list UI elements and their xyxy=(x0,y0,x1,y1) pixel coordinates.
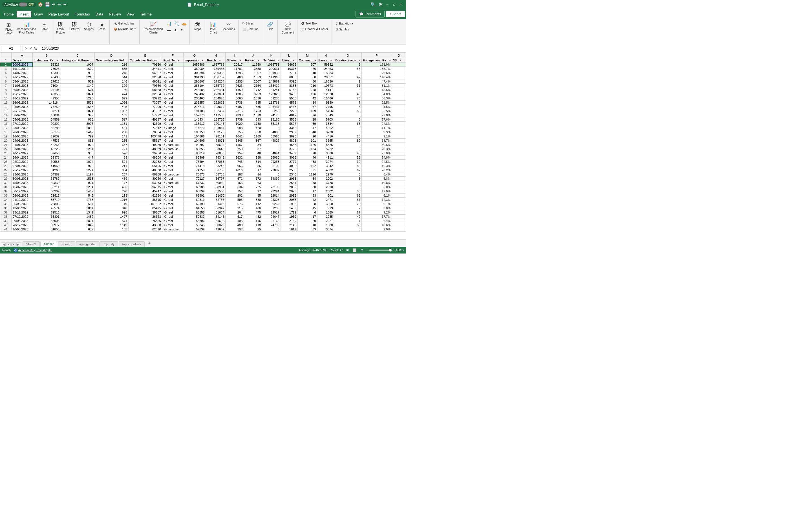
pivot-table-button[interactable]: ⊞ PivotTable xyxy=(3,21,14,36)
cell-O4[interactable]: 8 xyxy=(334,71,362,75)
cell-A12[interactable]: 21/05/2023 xyxy=(11,105,33,109)
cell-K31[interactable]: 28193 xyxy=(262,185,281,189)
col-header-J[interactable]: J xyxy=(244,53,262,58)
cell-F11[interactable]: IG reel xyxy=(162,101,183,105)
cell-M18[interactable]: 948 xyxy=(297,130,317,134)
cell-O1[interactable]: Duration (secs... ▾ xyxy=(334,58,362,62)
cell-I5[interactable]: 8460 xyxy=(225,75,244,79)
cell-Q7[interactable] xyxy=(392,83,406,88)
cell-A27[interactable]: 25/12/2022 xyxy=(11,168,33,172)
cell-Q22[interactable] xyxy=(392,147,406,151)
cell-K12[interactable]: 106437 xyxy=(262,105,281,109)
cell-K22[interactable]: 0 xyxy=(262,147,281,151)
cell-O14[interactable]: 8 xyxy=(334,113,362,117)
cell-H21[interactable]: 65624 xyxy=(206,143,225,147)
cell-G22[interactable]: 88355 xyxy=(183,147,206,151)
cell-Q17[interactable] xyxy=(392,126,406,130)
cell-N25[interactable]: 2074 xyxy=(317,160,334,164)
cell-K23[interactable]: 34044 xyxy=(262,151,281,156)
cell-E29[interactable]: 80226 xyxy=(128,177,162,181)
cell-Q35[interactable] xyxy=(392,202,406,206)
cell-I26[interactable]: 966 xyxy=(225,164,244,168)
cell-B33[interactable]: 21416 xyxy=(33,193,61,198)
cell-M34[interactable]: 42 xyxy=(297,198,317,202)
cell-D23[interactable]: 526 xyxy=(94,151,128,156)
timeline-button[interactable]: ⬜ Timeline xyxy=(241,26,260,32)
cell-B8[interactable]: 27194 xyxy=(33,88,61,92)
cell-D10[interactable]: 699 xyxy=(94,96,128,101)
cell-J41[interactable]: 25 xyxy=(244,227,262,231)
cell-G17[interactable]: 114270 xyxy=(183,126,206,130)
cell-M38[interactable]: 17 xyxy=(297,215,317,219)
cell-F15[interactable]: IG reel xyxy=(162,117,183,122)
cell-H22[interactable]: 63648 xyxy=(206,147,225,151)
cell-F8[interactable]: IG reel xyxy=(162,88,183,92)
cell-K40[interactable]: 24708 xyxy=(262,223,281,227)
cell-I15[interactable]: 1739 xyxy=(225,117,244,122)
cell-J15[interactable]: 393 xyxy=(244,117,262,122)
cell-A20[interactable]: 24/01/2023 xyxy=(11,138,33,143)
col-header-C[interactable]: C xyxy=(61,53,94,58)
cell-H35[interactable]: 51412 xyxy=(206,202,225,206)
cell-L41[interactable]: 1819 xyxy=(281,227,297,231)
cell-C38[interactable]: 1482 xyxy=(61,215,94,219)
cell-O36[interactable]: 7 xyxy=(334,206,362,210)
cell-Q10[interactable] xyxy=(392,96,406,101)
cell-D19[interactable]: 141 xyxy=(94,134,128,138)
cell-O5[interactable]: 42 xyxy=(334,75,362,79)
cell-K41[interactable]: 0 xyxy=(262,227,281,231)
cell-J39[interactable]: 146 xyxy=(244,219,262,223)
cell-O31[interactable]: 8 xyxy=(334,185,362,189)
cell-G33[interactable]: 62991 xyxy=(183,193,206,198)
col-header-H[interactable]: H xyxy=(206,53,225,58)
cell-K38[interactable]: 24647 xyxy=(262,215,281,219)
cell-E15[interactable]: 49897 xyxy=(128,117,162,122)
cell-O35[interactable]: 23 xyxy=(334,202,362,206)
cell-Q19[interactable] xyxy=(392,134,406,138)
menu-formulas[interactable]: Formulas xyxy=(72,11,93,17)
cell-H39[interactable]: 54622 xyxy=(206,219,225,223)
cell-Q24[interactable] xyxy=(392,156,406,160)
cell-J20[interactable]: 367 xyxy=(244,138,262,143)
cell-H7[interactable]: 265712 xyxy=(206,83,225,88)
cell-H19[interactable]: 98151 xyxy=(206,134,225,138)
cell-O28[interactable]: 0 xyxy=(334,172,362,177)
cell-M14[interactable]: 26 xyxy=(297,113,317,117)
cell-D37[interactable]: 998 xyxy=(94,210,128,215)
more-qat-icon[interactable]: ••• xyxy=(63,3,66,6)
cell-D27[interactable]: 964 xyxy=(94,168,128,172)
cell-L31[interactable]: 2092 xyxy=(281,185,297,189)
cell-P33[interactable]: 6.1% xyxy=(362,193,392,198)
cell-O33[interactable]: 63 xyxy=(334,193,362,198)
cell-P22[interactable]: 20.3% xyxy=(362,147,392,151)
cell-K29[interactable]: 34899 xyxy=(262,177,281,181)
cell-B27[interactable]: 81265 xyxy=(33,168,61,172)
cell-C2[interactable]: 1007 xyxy=(61,62,94,67)
cell-N29[interactable]: 2002 xyxy=(317,177,334,181)
cell-B12[interactable]: 77750 xyxy=(33,105,61,109)
cell-N38[interactable]: 2235 xyxy=(317,215,334,219)
cell-P10[interactable]: 80.3% xyxy=(362,96,392,101)
cell-A41[interactable]: 10/03/2023 xyxy=(11,227,33,231)
cell-O8[interactable]: 8 xyxy=(334,88,362,92)
cell-L33[interactable]: 2996 xyxy=(281,193,297,198)
cell-D14[interactable]: 153 xyxy=(94,113,128,117)
sheet-tab-top-city[interactable]: top_city xyxy=(100,241,118,247)
col-header-A[interactable]: A xyxy=(11,53,33,58)
cell-A36[interactable]: 12/06/2023 xyxy=(11,206,33,210)
bar-chart-button[interactable]: ▬ xyxy=(165,27,172,33)
cell-J37[interactable]: 475 xyxy=(244,210,262,215)
cell-A11[interactable]: 16/05/2023 xyxy=(11,101,33,105)
cancel-formula-button[interactable]: ✕ xyxy=(24,46,28,51)
col-header-Q[interactable]: Q xyxy=(392,53,406,58)
col-header-E[interactable]: E xyxy=(128,53,162,58)
cell-E21[interactable]: 49260 xyxy=(128,143,162,147)
cell-M25[interactable]: 38 xyxy=(297,160,317,164)
cell-E35[interactable]: 101862 xyxy=(128,202,162,206)
cell-G13[interactable]: 191103 xyxy=(183,109,206,113)
cell-C7[interactable]: 1349 xyxy=(61,83,94,88)
col-header-G[interactable]: G xyxy=(183,53,206,58)
cell-F40[interactable]: IG reel xyxy=(162,223,183,227)
shapes-button[interactable]: ⬡ Shapes xyxy=(82,21,95,32)
cell-B19[interactable]: 29039 xyxy=(33,134,61,138)
